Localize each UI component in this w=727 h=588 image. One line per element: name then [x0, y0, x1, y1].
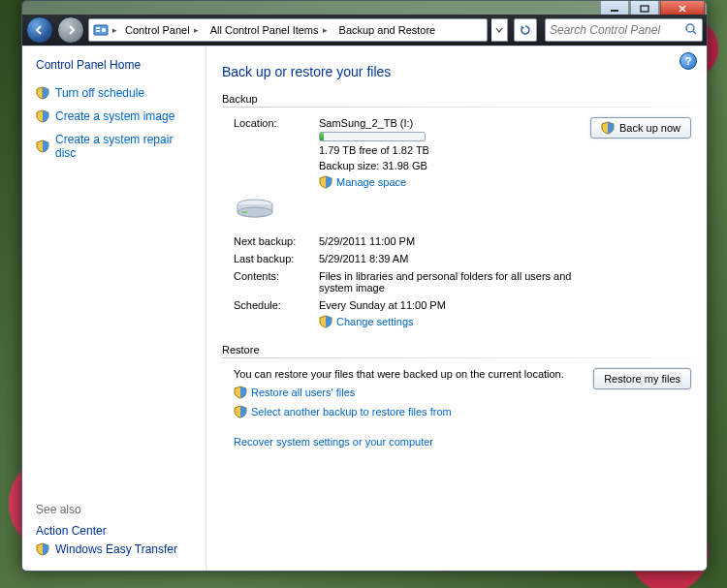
contents-value: Files in libraries and personal folders … — [319, 270, 579, 294]
link-label: Manage space — [336, 176, 406, 188]
back-up-now-button[interactable]: Back up now — [590, 117, 691, 139]
svg-rect-0 — [611, 10, 618, 12]
shield-icon — [319, 175, 332, 189]
link-label: Select another backup to restore files f… — [251, 406, 452, 418]
shield-icon — [36, 139, 49, 153]
search-icon — [684, 22, 698, 39]
sidebar-item-turn-off-schedule[interactable]: Turn off schedule — [36, 86, 196, 100]
hard-drive-icon — [234, 197, 276, 222]
link-label: Restore all users' files — [251, 387, 355, 398]
window-titlebar — [22, 1, 707, 15]
breadcrumb-label: Control Panel — [125, 24, 190, 36]
shield-icon — [36, 86, 49, 100]
select-another-backup-link[interactable]: Select another backup to restore files f… — [234, 405, 584, 418]
sidebar-item-label: Create a system repair disc — [55, 133, 196, 160]
sidebar-item-create-repair-disc[interactable]: Create a system repair disc — [36, 133, 196, 160]
forward-button[interactable] — [57, 16, 84, 44]
sidebar-item-label: Turn off schedule — [55, 86, 144, 100]
see-also-item-label: Action Center — [36, 524, 107, 538]
link-label: Change settings — [336, 316, 414, 327]
next-backup-label: Next backup: — [234, 235, 319, 247]
help-icon[interactable]: ? — [680, 52, 697, 70]
breadcrumb-all-items[interactable]: All Control Panel Items▸ — [205, 19, 333, 41]
svg-rect-3 — [96, 27, 100, 29]
next-backup-value: 5/29/2011 11:00 PM — [319, 235, 579, 247]
navigation-bar: ▸ Control Panel▸ All Control Panel Items… — [22, 15, 707, 46]
disk-space-bar — [319, 132, 426, 141]
breadcrumb-root-icon[interactable]: ▸ — [89, 19, 119, 41]
button-label: Back up now — [619, 122, 680, 134]
divider — [222, 357, 691, 358]
change-settings-link[interactable]: Change settings — [319, 315, 414, 328]
shield-icon — [36, 109, 49, 123]
see-also-action-center[interactable]: Action Center — [36, 524, 196, 538]
shield-icon — [234, 405, 247, 418]
shield-icon — [234, 386, 247, 399]
location-label: Location: — [234, 117, 319, 129]
restore-section-label: Restore — [222, 344, 691, 356]
svg-point-5 — [102, 28, 106, 32]
content-pane: ? Back up or restore your files Backup L… — [206, 46, 707, 571]
shield-icon — [319, 315, 332, 328]
client-area: Control Panel Home Turn off schedule Cre… — [22, 46, 707, 571]
manage-space-link[interactable]: Manage space — [319, 175, 406, 189]
shield-icon — [601, 121, 615, 135]
breadcrumb-dropdown[interactable] — [491, 18, 508, 42]
svg-point-6 — [686, 24, 694, 32]
svg-rect-9 — [241, 211, 247, 213]
sidebar-item-label: Create a system image — [55, 109, 174, 123]
search-input[interactable]: Search Control Panel — [545, 18, 703, 42]
control-panel-window: ▸ Control Panel▸ All Control Panel Items… — [21, 0, 708, 572]
back-button[interactable] — [26, 16, 53, 44]
svg-rect-4 — [96, 30, 100, 32]
button-label: Restore my files — [604, 373, 680, 385]
see-also-windows-easy-transfer[interactable]: Windows Easy Transfer — [36, 542, 196, 556]
breadcrumb[interactable]: ▸ Control Panel▸ All Control Panel Items… — [88, 18, 488, 42]
backup-size-text: Backup size: 31.98 GB — [319, 160, 579, 171]
restore-all-users-link[interactable]: Restore all users' files — [234, 386, 584, 399]
last-backup-value: 5/29/2011 8:39 AM — [319, 253, 579, 264]
page-title: Back up or restore your files — [222, 64, 691, 79]
breadcrumb-label: Backup and Restore — [339, 24, 436, 36]
svg-rect-1 — [641, 6, 648, 12]
see-also-item-label: Windows Easy Transfer — [55, 542, 177, 556]
refresh-button[interactable] — [514, 18, 537, 42]
breadcrumb-label: All Control Panel Items — [210, 24, 319, 36]
search-placeholder: Search Control Panel — [550, 23, 660, 37]
shield-icon — [36, 542, 49, 556]
location-value: SamSung_2_TB (I:) — [319, 117, 579, 129]
last-backup-label: Last backup: — [234, 253, 319, 264]
see-also-label: See also — [36, 503, 196, 516]
sidebar-item-create-system-image[interactable]: Create a system image — [36, 109, 196, 123]
breadcrumb-control-panel[interactable]: Control Panel▸ — [119, 19, 205, 41]
contents-label: Contents: — [234, 270, 319, 282]
backup-section-label: Backup — [222, 93, 691, 105]
restore-my-files-button[interactable]: Restore my files — [593, 368, 691, 389]
sidebar: Control Panel Home Turn off schedule Cre… — [22, 46, 206, 571]
schedule-value: Every Sunday at 11:00 PM — [319, 299, 579, 311]
restore-description: You can restore your files that were bac… — [234, 368, 584, 380]
sidebar-home-link[interactable]: Control Panel Home — [36, 58, 196, 72]
schedule-label: Schedule: — [234, 299, 319, 311]
divider — [222, 107, 691, 108]
recover-system-link[interactable]: Recover system settings or your computer — [234, 436, 433, 448]
breadcrumb-backup-restore[interactable]: Backup and Restore — [333, 19, 442, 41]
free-space-text: 1.79 TB free of 1.82 TB — [319, 144, 579, 156]
